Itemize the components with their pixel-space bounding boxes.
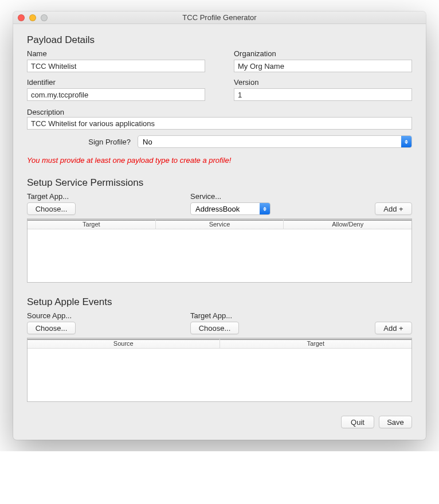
sign-profile-row: Sign Profile? No [27,135,412,148]
events-table-body[interactable] [28,349,411,401]
sign-profile-select[interactable]: No [138,135,412,148]
description-input[interactable] [27,117,412,130]
traffic-lights [13,14,48,21]
app-window: TCC Profile Generator Payload Details Na… [13,11,426,440]
window-title: TCC Profile Generator [13,13,426,22]
permissions-heading: Setup Service Permissions [27,177,412,189]
titlebar: TCC Profile Generator [13,11,426,24]
minimize-window-button[interactable] [29,14,36,21]
maximize-window-button [41,14,48,21]
add-permission-button[interactable]: Add + [375,202,412,215]
column-source[interactable]: Source [28,339,220,348]
permissions-section: Setup Service Permissions Target App... … [27,177,412,283]
add-event-button[interactable]: Add + [375,322,412,334]
events-spacer: Add + [311,322,412,334]
identifier-input[interactable] [27,88,205,101]
event-target-app-group: Target App... Choose... [190,311,305,334]
source-app-group: Source App... Choose... [27,311,185,334]
identifier-version-row: Identifier Version [27,78,412,101]
organization-input[interactable] [234,60,412,72]
error-message: You must provide at least one payload ty… [27,156,412,165]
identifier-field-group: Identifier [27,78,205,101]
name-label: Name [27,49,205,58]
quit-button[interactable]: Quit [341,416,374,428]
permissions-table-body[interactable] [28,229,411,282]
service-group: Service... AddressBook [190,192,305,215]
identifier-label: Identifier [27,78,205,87]
version-field-group: Version [234,78,412,101]
chevron-updown-icon [260,203,270,214]
apple-events-section: Setup Apple Events Source App... Choose.… [27,296,412,402]
choose-target-app-button[interactable]: Choose... [27,202,76,215]
service-label: Service... [190,192,305,201]
events-table-header: Source Target [28,338,411,349]
target-app-label: Target App... [27,192,185,201]
choose-source-app-button[interactable]: Choose... [27,322,76,334]
permissions-controls: Target App... Choose... Service... Addre… [27,192,412,215]
target-app-group: Target App... Choose... [27,192,185,215]
name-input[interactable] [27,60,205,72]
permissions-table: Target Service Allow/Deny [27,218,412,283]
version-label: Version [234,78,412,87]
description-field-group: Description [27,107,412,130]
service-select[interactable]: AddressBook [190,202,271,215]
footer-buttons: Quit Save [27,416,412,428]
column-allow-deny[interactable]: Allow/Deny [284,220,411,229]
payload-details-heading: Payload Details [27,34,412,46]
organization-field-group: Organization [234,49,412,72]
name-field-group: Name [27,49,205,72]
save-button[interactable]: Save [379,416,412,428]
permissions-spacer: Add + [311,202,412,215]
sign-profile-label: Sign Profile? [27,138,138,146]
description-label: Description [27,108,64,116]
events-controls: Source App... Choose... Target App... Ch… [27,311,412,334]
service-value: AddressBook [195,205,240,213]
name-org-row: Name Organization [27,49,412,72]
close-window-button[interactable] [18,14,25,21]
content-area: Payload Details Name Organization Identi… [13,24,426,440]
column-event-target[interactable]: Target [220,339,412,348]
column-target[interactable]: Target [28,220,156,229]
chevron-updown-icon [401,136,411,147]
sign-profile-value: No [143,138,152,146]
source-app-label: Source App... [27,311,185,320]
permissions-table-header: Target Service Allow/Deny [28,219,411,229]
choose-event-target-app-button[interactable]: Choose... [190,322,239,334]
apple-events-heading: Setup Apple Events [27,296,412,308]
version-input[interactable] [234,88,412,101]
organization-label: Organization [234,49,412,58]
event-target-app-label: Target App... [190,311,305,320]
events-table: Source Target [27,338,412,402]
column-service[interactable]: Service [156,220,284,229]
